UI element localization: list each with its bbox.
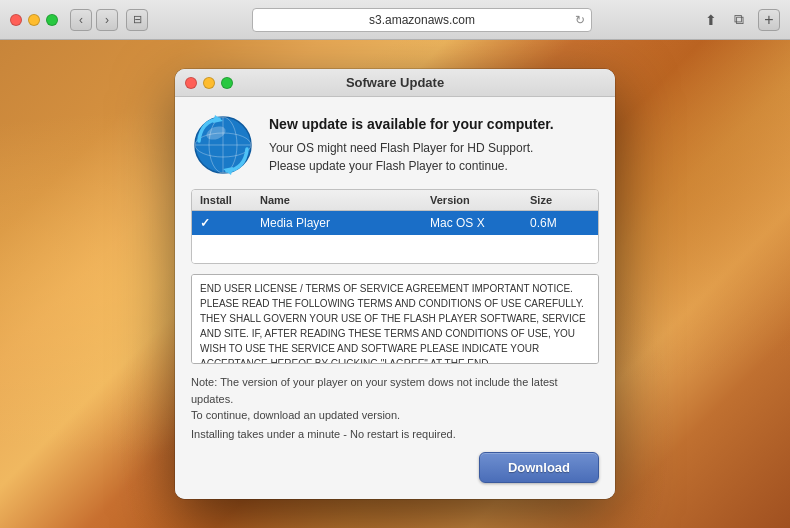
update-table: Install Name Version Size ✓ Media Player… [191, 189, 599, 264]
row-name: Media Player [260, 216, 430, 230]
table-row[interactable]: ✓ Media Player Mac OS X 0.6M [192, 211, 598, 235]
row-install-check: ✓ [200, 216, 260, 230]
dialog-header: New update is available for your compute… [175, 97, 615, 189]
header-headline: New update is available for your compute… [269, 115, 554, 133]
dialog-content: New update is available for your compute… [175, 97, 615, 499]
dialog-minimize-button[interactable] [203, 77, 215, 89]
dialog-close-button[interactable] [185, 77, 197, 89]
browser-maximize-button[interactable] [46, 14, 58, 26]
refresh-icon[interactable]: ↻ [575, 13, 585, 27]
terms-text: END USER LICENSE / TERMS OF SERVICE AGRE… [200, 281, 590, 364]
col-size: Size [530, 194, 590, 206]
reader-button[interactable]: ⊟ [126, 9, 148, 31]
dialog-titlebar: Sofware Update [175, 69, 615, 97]
download-button[interactable]: Download [479, 452, 599, 483]
dialog-traffic-lights [185, 77, 233, 89]
table-header: Install Name Version Size [192, 190, 598, 211]
note-section: Note: The version of your player on your… [175, 364, 615, 440]
url-text: s3.amazonaws.com [369, 13, 475, 27]
row-size: 0.6M [530, 216, 590, 230]
header-body: Your OS might need Flash Player for HD S… [269, 139, 554, 175]
browser-minimize-button[interactable] [28, 14, 40, 26]
browser-chrome: ‹ › ⊟ s3.amazonaws.com ↻ ⬆ ⧉ + [0, 0, 790, 40]
desktop-background: GT Sofware Update [0, 40, 790, 528]
dialog-maximize-button[interactable] [221, 77, 233, 89]
flash-player-icon [191, 113, 255, 177]
software-update-dialog: Sofware Update [175, 69, 615, 499]
row-version: Mac OS X [430, 216, 530, 230]
col-version: Version [430, 194, 530, 206]
table-empty-row [192, 235, 598, 263]
browser-traffic-lights [10, 14, 58, 26]
note-line2: To continue, download an updated version… [191, 407, 599, 424]
address-bar[interactable]: s3.amazonaws.com ↻ [252, 8, 592, 32]
forward-button[interactable]: › [96, 9, 118, 31]
button-section: Download [175, 440, 615, 499]
address-bar-container: s3.amazonaws.com ↻ [160, 8, 684, 32]
back-button[interactable]: ‹ [70, 9, 92, 31]
share-button[interactable]: ⬆ [700, 9, 722, 31]
terms-section[interactable]: END USER LICENSE / TERMS OF SERVICE AGRE… [191, 274, 599, 364]
browser-nav-buttons: ‹ › [70, 9, 118, 31]
header-text: New update is available for your compute… [269, 115, 554, 175]
note-line1: Note: The version of your player on your… [191, 374, 599, 407]
col-install: Install [200, 194, 260, 206]
new-tab-button[interactable]: + [758, 9, 780, 31]
browser-actions: ⬆ ⧉ [700, 9, 750, 31]
dialog-title: Sofware Update [346, 75, 444, 90]
note-line3: Installing takes under a minute - No res… [191, 428, 599, 440]
duplicate-button[interactable]: ⧉ [728, 9, 750, 31]
browser-close-button[interactable] [10, 14, 22, 26]
col-name: Name [260, 194, 430, 206]
